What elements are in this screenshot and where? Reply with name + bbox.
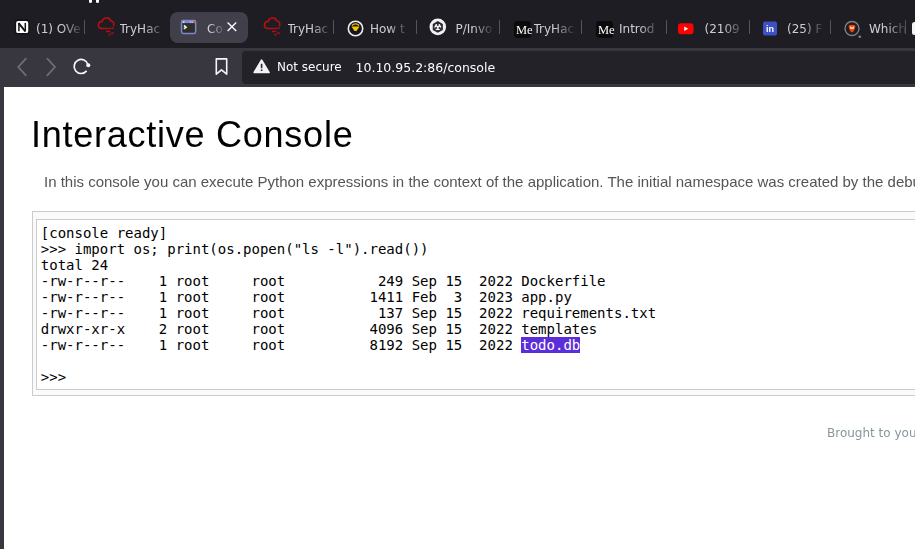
svg-text:Me: Me (598, 23, 615, 37)
svg-text:in: in (766, 24, 774, 34)
svg-text:Me: Me (516, 23, 533, 37)
